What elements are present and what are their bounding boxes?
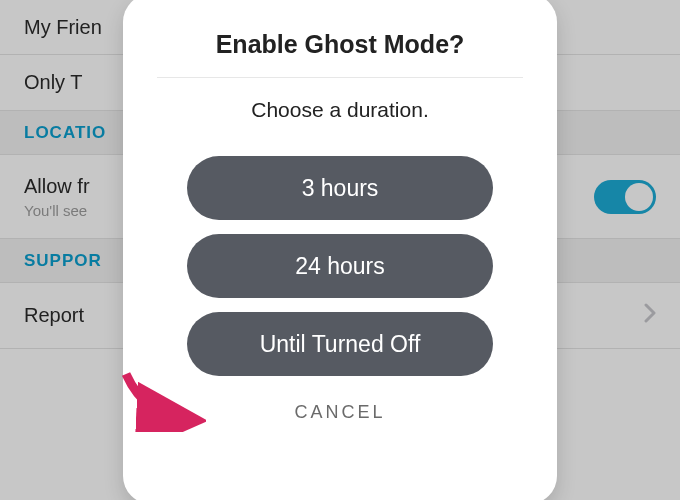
option-until-off-button[interactable]: Until Turned Off — [187, 312, 493, 376]
modal-title: Enable Ghost Mode? — [216, 30, 465, 59]
divider — [157, 77, 523, 78]
option-label: 3 hours — [302, 175, 379, 202]
duration-options: 3 hours 24 hours Until Turned Off — [157, 156, 523, 376]
option-3-hours-button[interactable]: 3 hours — [187, 156, 493, 220]
option-label: 24 hours — [295, 253, 385, 280]
ghost-mode-modal: Enable Ghost Mode? Choose a duration. 3 … — [123, 0, 557, 500]
option-label: Until Turned Off — [260, 331, 421, 358]
cancel-button[interactable]: CANCEL — [294, 402, 385, 423]
modal-subtitle: Choose a duration. — [251, 98, 428, 122]
option-24-hours-button[interactable]: 24 hours — [187, 234, 493, 298]
